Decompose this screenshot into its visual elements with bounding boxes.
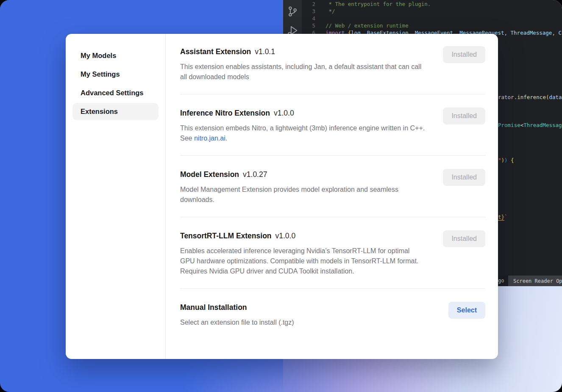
extension-version: v1.0.27 bbox=[243, 170, 267, 179]
code-fragment: t}` bbox=[498, 214, 508, 220]
screen-reader-status[interactable]: Screen Reader Optimized bbox=[508, 276, 562, 286]
sidebar-item-extensions[interactable]: Extensions bbox=[72, 103, 159, 120]
desktop: 23456 * The entrypoint for the plugin. *… bbox=[0, 0, 562, 392]
settings-sidebar: My ModelsMy SettingsAdvanced SettingsExt… bbox=[66, 34, 166, 359]
line-number: 4 bbox=[302, 15, 315, 22]
installed-button: Installed bbox=[443, 230, 485, 247]
settings-modal: My ModelsMy SettingsAdvanced SettingsExt… bbox=[66, 34, 498, 359]
select-button[interactable]: Select bbox=[448, 302, 485, 319]
extension-row-model-extension: Model Extensionv1.0.27Model Management E… bbox=[180, 155, 485, 217]
extension-name: Model Extensionv1.0.27 bbox=[180, 169, 425, 180]
code-fragment: Promise<ThreadMessage> bbox=[498, 122, 562, 128]
code-fragment: ")) { bbox=[498, 157, 514, 163]
sidebar-item-my-models[interactable]: My Models bbox=[72, 47, 159, 64]
extension-row-manual-installation: Manual InstallationSelect an extension f… bbox=[180, 288, 485, 340]
extension-description: Enables accelerated inference leveraging… bbox=[180, 246, 425, 276]
extension-row-inference-nitro-extension: Inference Nitro Extensionv1.0.0This exte… bbox=[180, 94, 485, 155]
extension-name: Manual Installation bbox=[180, 302, 294, 313]
extension-row-tensortrt-llm-extension: TensortRT-LLM Extensionv1.0.0Enables acc… bbox=[180, 217, 485, 288]
extension-info: Manual InstallationSelect an extension f… bbox=[180, 302, 294, 328]
extension-name: TensortRT-LLM Extensionv1.0.0 bbox=[180, 230, 425, 241]
installed-button: Installed bbox=[443, 169, 485, 186]
code-text: * The entrypoint for the plugin. */// We… bbox=[326, 0, 562, 36]
code-line: */ bbox=[326, 8, 562, 15]
sidebar-item-my-settings[interactable]: My Settings bbox=[72, 66, 159, 83]
status-text: go bbox=[498, 278, 504, 284]
extension-description: Select an extension file to install (.tg… bbox=[180, 317, 294, 328]
extension-info: Inference Nitro Extensionv1.0.0This exte… bbox=[180, 108, 425, 144]
extension-description: This extension enables assistants, inclu… bbox=[180, 62, 425, 82]
extension-version: v1.0.0 bbox=[274, 109, 294, 117]
extension-name: Inference Nitro Extensionv1.0.0 bbox=[180, 108, 425, 119]
extension-name: Assistant Extensionv1.0.1 bbox=[180, 46, 425, 57]
app-window: 23456 * The entrypoint for the plugin. *… bbox=[0, 0, 562, 392]
line-number: 5 bbox=[302, 22, 315, 29]
extension-info: Model Extensionv1.0.27Model Management E… bbox=[180, 169, 425, 205]
code-line bbox=[326, 15, 562, 22]
extension-description: Model Management Extension provides mode… bbox=[180, 185, 425, 205]
line-number: 2 bbox=[302, 0, 315, 8]
source-control-icon[interactable] bbox=[287, 5, 298, 19]
extension-version: v1.0.1 bbox=[255, 47, 275, 56]
installed-button: Installed bbox=[443, 108, 485, 124]
extension-version: v1.0.0 bbox=[275, 232, 296, 240]
line-numbers: 23456 bbox=[302, 0, 315, 36]
extensions-list: Assistant Extensionv1.0.1This extension … bbox=[166, 34, 498, 359]
code-line: * The entrypoint for the plugin. bbox=[326, 0, 562, 8]
extension-row-assistant-extension: Assistant Extensionv1.0.1This extension … bbox=[180, 34, 485, 94]
code-fragment: rator.inference(data)); bbox=[498, 94, 562, 100]
extension-info: Assistant Extensionv1.0.1This extension … bbox=[180, 46, 425, 82]
extension-info: TensortRT-LLM Extensionv1.0.0Enables acc… bbox=[180, 230, 425, 276]
extension-link[interactable]: nitro.jan.ai bbox=[194, 135, 225, 142]
extension-description: This extension embeds Nitro, a lightweig… bbox=[180, 123, 425, 144]
installed-button: Installed bbox=[443, 46, 485, 63]
sidebar-item-advanced-settings[interactable]: Advanced Settings bbox=[72, 84, 159, 102]
code-line: // Web / extension runtime bbox=[326, 22, 562, 29]
line-number: 3 bbox=[302, 8, 315, 15]
